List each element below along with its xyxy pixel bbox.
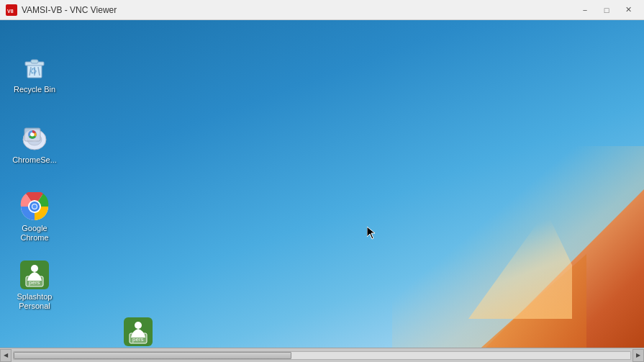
recycle-bin-icon[interactable]: ♻ Recycle Bin bbox=[6, 50, 63, 97]
vnc-logo-icon: V8 bbox=[6, 4, 17, 16]
taskbar-splashtop[interactable]: pers bbox=[122, 316, 154, 348]
svg-text:V8: V8 bbox=[7, 9, 14, 14]
scroll-right-button[interactable]: ▶ bbox=[632, 349, 644, 362]
scroll-thumb bbox=[14, 352, 291, 359]
svg-point-23 bbox=[31, 265, 38, 272]
recycle-bin-label: Recycle Bin bbox=[14, 85, 55, 94]
mouse-cursor bbox=[367, 227, 377, 243]
title-bar: V8 VAMSI-VB - VNC Viewer − □ ✕ bbox=[0, 0, 644, 20]
desktop[interactable]: ♻ Recycle Bin bbox=[0, 20, 644, 362]
chrome-setup-label: ChromeSe... bbox=[12, 155, 57, 165]
svg-point-27 bbox=[135, 322, 142, 329]
svg-point-21 bbox=[32, 204, 37, 209]
chrome-setup-image bbox=[20, 124, 49, 153]
taskbar: ◀ ▶ bbox=[0, 348, 644, 362]
svg-marker-30 bbox=[367, 227, 375, 239]
chrome-setup-icon[interactable]: ChromeSe... bbox=[6, 121, 63, 168]
title-bar-left: V8 VAMSI-VB - VNC Viewer bbox=[6, 4, 117, 16]
svg-point-16 bbox=[31, 133, 35, 137]
close-button[interactable]: ✕ bbox=[618, 3, 638, 17]
svg-text:pers: pers bbox=[29, 279, 40, 286]
scroll-left-button[interactable]: ◀ bbox=[0, 349, 12, 362]
svg-text:♻: ♻ bbox=[30, 66, 37, 76]
recycle-bin-image: ♻ bbox=[20, 53, 49, 82]
vnc-area: ♻ Recycle Bin bbox=[0, 20, 644, 362]
splashtop-image: pers bbox=[20, 261, 49, 289]
splashtop-icon[interactable]: pers Splashtop Personal bbox=[6, 258, 63, 314]
google-chrome-label: Google Chrome bbox=[13, 224, 56, 243]
maximize-button[interactable]: □ bbox=[597, 3, 617, 17]
minimize-button[interactable]: − bbox=[575, 3, 595, 17]
google-chrome-image bbox=[20, 192, 49, 221]
taskbar-scrollbar[interactable] bbox=[13, 351, 631, 360]
google-chrome-icon[interactable]: Google Chrome bbox=[6, 189, 63, 245]
desktop-decoration bbox=[392, 110, 644, 362]
title-bar-controls: − □ ✕ bbox=[575, 3, 638, 17]
splashtop-label: Splashtop Personal bbox=[9, 292, 60, 311]
svg-rect-4 bbox=[31, 60, 38, 63]
title-bar-title: VAMSI-VB - VNC Viewer bbox=[22, 5, 117, 15]
svg-text:pers: pers bbox=[132, 336, 144, 343]
